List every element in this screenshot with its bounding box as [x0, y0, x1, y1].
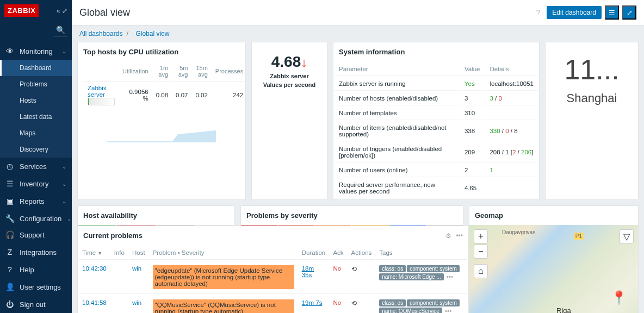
sysinfo-row: Number of hosts (enabled/disabled)33 / 0 [335, 92, 538, 105]
nav-inventory[interactable]: ☰Inventory⌄ [0, 175, 72, 192]
power-icon: ⏻ [5, 300, 14, 309]
filter-icon[interactable]: ▽ [620, 229, 634, 243]
col-header[interactable]: Host [129, 246, 148, 260]
help-icon: ? [5, 265, 14, 274]
nav-user-settings[interactable]: 👤User settings [0, 278, 72, 296]
user-icon: 👤 [5, 283, 14, 291]
edit-dashboard-button[interactable]: Edit dashboard [547, 6, 602, 19]
nav-sub-maps[interactable]: Maps [0, 125, 72, 141]
nav-sub-dashboard[interactable]: Dashboard [0, 60, 72, 76]
more-tags[interactable]: ••• [445, 308, 451, 313]
breadcrumb: All dashboards / Global view [72, 26, 644, 42]
col-header[interactable]: Actions [348, 246, 375, 260]
zoom-out-button[interactable]: − [474, 245, 488, 259]
util-bar [88, 98, 115, 105]
logo[interactable]: ZABBIX [4, 4, 39, 17]
widget-system-info: System information ParameterValueDetails… [333, 42, 540, 200]
action-icon[interactable]: ⟲ [351, 266, 357, 272]
menu-icon[interactable]: ☰ [605, 5, 619, 20]
arrow-down-icon: ↓ [301, 55, 307, 70]
collapse-icon[interactable]: « ⤢ [57, 7, 67, 15]
nav-help[interactable]: ?Help [0, 261, 72, 278]
ack-link[interactable]: No [333, 265, 341, 272]
zoom-in-button[interactable]: + [474, 229, 488, 243]
col-header[interactable]: Info [111, 246, 128, 260]
sysinfo-row: Number of users (online)21 [335, 164, 538, 177]
nav-services[interactable]: ◷Services⌄ [0, 158, 72, 175]
map[interactable]: Daugavgrivas Riga 📍 A8 A6 A10 P1 [469, 225, 638, 313]
chevron-icon: ⌄ [62, 181, 66, 187]
widget-current-problems: Current problems ⚙ ••• Time ▼InfoHostPro… [77, 226, 469, 313]
chevron-icon: ⌄ [67, 216, 71, 222]
nav-integrations[interactable]: ZIntegrations [0, 243, 72, 261]
tag[interactable]: name: QQMusicService [379, 308, 442, 313]
sparkline [83, 126, 240, 142]
nav-monitoring[interactable]: 👁Monitoring⌄ [0, 42, 72, 60]
widget-clock: 11... Shanghai [545, 42, 639, 200]
col-header[interactable]: Ack [330, 246, 346, 260]
chevron-icon: ⌄ [62, 48, 66, 54]
list-icon: ☰ [5, 179, 14, 188]
widget-geomap: Geomap Daugavgrivas Riga 📍 A8 A6 A10 P1 … [469, 205, 639, 313]
col-header[interactable]: Time ▼ [79, 246, 110, 260]
tag[interactable]: component: system [407, 299, 460, 306]
col-header[interactable]: Tags [376, 246, 467, 260]
sidebar: ZABBIX « ⤢ 🔍 👁Monitoring⌄DashboardProble… [0, 0, 72, 313]
support-icon: 🎧 [5, 230, 14, 239]
more-icon[interactable]: ••• [456, 232, 463, 240]
tag[interactable]: name: Microsoft Edge ... [379, 273, 443, 280]
header: Global view ? Edit dashboard ☰ ⤢ [72, 0, 644, 26]
sysinfo-row: Required server performance, new values … [335, 178, 538, 198]
eye-icon: 👁 [5, 47, 14, 55]
tag[interactable]: class: os [379, 265, 406, 272]
ack-link[interactable]: No [333, 299, 341, 306]
sysinfo-row: Number of items (enabled/disabled/not su… [335, 121, 538, 141]
tag[interactable]: class: os [379, 299, 406, 306]
gear-icon[interactable]: ⚙ [445, 232, 451, 240]
col-header[interactable]: Duration [299, 246, 329, 260]
problem-row: 10:41:58win"QQMusicService" (QQMusicServ… [79, 295, 467, 313]
z-icon: Z [5, 248, 14, 256]
breadcrumb-current[interactable]: Global view [132, 29, 172, 39]
problem-row: 10:42:30win"edgeupdate" (Microsoft Edge … [79, 261, 467, 294]
breadcrumb-root[interactable]: All dashboards [79, 30, 122, 37]
nav-sub-discovery[interactable]: Discovery [0, 141, 72, 158]
widget-top-hosts: Top hosts by CPU utilization Utilization… [77, 42, 246, 200]
widget-metric: 4.68↓ Zabbix server Values per second [251, 42, 327, 200]
home-button[interactable]: ⌂ [474, 264, 488, 278]
nav-sub-problems[interactable]: Problems [0, 76, 72, 92]
sysinfo-row: Number of templates310 [335, 107, 538, 120]
action-icon[interactable]: ⟲ [351, 300, 357, 306]
nav-sub-latest-data[interactable]: Latest data [0, 109, 72, 125]
nav-support[interactable]: 🎧Support [0, 226, 72, 243]
col-header[interactable]: Problem • Severity [150, 246, 298, 260]
nav-reports[interactable]: ▣Reports⌄ [0, 192, 72, 210]
nav-sub-hosts[interactable]: Hosts [0, 92, 72, 109]
more-tags[interactable]: ••• [447, 273, 453, 280]
page-title: Global view [79, 7, 130, 18]
sysinfo-row: Zabbix server is runningYeslocalhost:100… [335, 77, 538, 91]
nav-sign-out[interactable]: ⏻Sign out [0, 296, 72, 313]
fullscreen-icon[interactable]: ⤢ [622, 5, 636, 20]
host-link[interactable]: Zabbix server [88, 85, 107, 98]
nav-configuration[interactable]: 🔧Configuration⌄ [0, 210, 72, 226]
chart-icon: ▣ [5, 197, 14, 205]
sysinfo-row: Number of triggers (enabled/disabled [pr… [335, 142, 538, 162]
wrench-icon: 🔧 [5, 214, 14, 223]
search-icon[interactable]: 🔍 [54, 23, 67, 37]
clock-icon: ◷ [5, 162, 14, 171]
chevron-icon: ⌄ [62, 198, 66, 204]
map-pin-icon[interactable]: 📍 [611, 290, 627, 305]
tag[interactable]: component: system [407, 265, 460, 272]
help-icon[interactable]: ? [536, 8, 540, 17]
chevron-icon: ⌄ [62, 164, 66, 170]
